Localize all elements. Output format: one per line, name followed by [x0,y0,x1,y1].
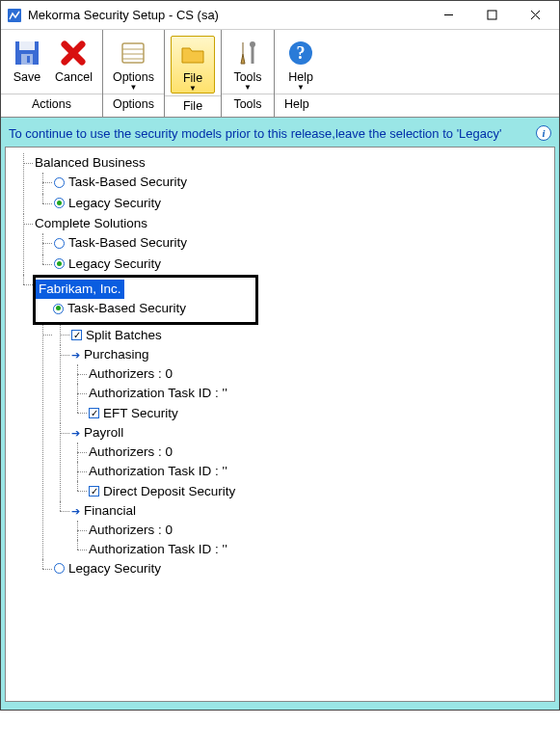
tree-radio-item[interactable]: ✓Split Batches ➔Purchasing Authorizers :… [37,325,550,559]
options-icon [118,38,148,68]
ribbon-group-options: Options ▼ Options [103,30,165,117]
chevron-down-icon: ▼ [130,84,138,92]
group-help-label: Help [275,94,559,115]
svg-point-13 [250,41,255,47]
svg-rect-2 [488,11,496,19]
radio-icon [54,258,65,269]
radio-icon [54,198,65,208]
folder-icon [177,39,208,69]
maximize-button[interactable] [470,1,514,29]
window-title: Mekorma Security Setup - CS (sa) [28,8,427,22]
save-button[interactable]: Save [5,36,49,92]
options-label: Options [113,70,154,84]
tree-check-item[interactable]: ✓EFT Security [71,403,550,423]
cancel-icon [58,38,89,68]
tree-radio-item[interactable]: Legacy Security [37,559,550,580]
ribbon: Save Cancel Actions Options ▼ Optio [1,30,559,118]
company-label: Balanced Business [35,153,146,173]
options-button[interactable]: Options ▼ [107,36,160,92]
group-options-label: Options [103,94,164,115]
tree-module[interactable]: ➔Purchasing Authorizers : 0 Authorizatio… [54,345,550,423]
checkbox-icon: ✓ [71,330,82,340]
help-icon: ? [285,38,316,68]
tree-value[interactable]: Authorizers : 0 [71,364,550,384]
cancel-button[interactable]: Cancel [49,36,98,92]
chevron-down-icon: ▼ [297,84,305,92]
tree-company[interactable]: Fabrikam, Inc. Task-Based Security ✓Spli… [17,275,550,579]
group-file-label: File [165,95,221,117]
ribbon-group-file: File ▼ File [165,30,222,117]
main-window: Mekorma Security Setup - CS (sa) Save Ca… [0,0,560,711]
company-label-selected: Fabrikam, Inc. [36,280,124,299]
radio-icon [53,304,64,314]
arrow-icon: ➔ [71,345,80,364]
tree-check-item[interactable]: ✓Split Batches [54,325,550,345]
tools-icon [232,38,263,68]
close-button[interactable] [514,1,557,29]
arrow-icon: ➔ [71,501,80,521]
file-label: File [183,71,202,85]
tree-value[interactable]: Authorization Task ID : '' [71,462,550,481]
checkbox-icon: ✓ [89,408,99,418]
app-icon [7,8,22,23]
tree-value[interactable]: Authorizers : 0 [71,521,550,540]
info-text: To continue to use the security models p… [9,126,502,141]
cancel-label: Cancel [55,70,93,84]
help-button[interactable]: ? Help ▼ [279,36,323,92]
tools-button[interactable]: Tools ▼ [226,36,270,92]
chevron-down-icon: ▼ [189,85,197,93]
minimize-button[interactable] [427,1,470,29]
arrow-icon: ➔ [71,423,80,443]
svg-rect-9 [122,43,144,63]
tree-check-item[interactable]: ✓Direct Deposit Security [71,481,550,501]
save-icon [12,38,42,68]
tools-label: Tools [233,70,261,84]
group-actions-label: Actions [1,94,102,115]
ribbon-group-help: ? Help ▼ Help [275,30,559,117]
tree-radio-item[interactable]: Task-Based Security [37,233,550,255]
tree-company[interactable]: Balanced Business Task-Based Security Le… [17,153,550,214]
group-tools-label: Tools [222,94,274,115]
tree-module[interactable]: ➔Financial Authorizers : 0 Authorization… [54,501,550,559]
tree-radio-item[interactable]: Task-Based Security [37,173,550,194]
company-label: Complete Solutions [35,214,147,233]
tree-value[interactable]: Authorizers : 0 [71,443,550,462]
tree-radio-item[interactable]: Legacy Security [37,255,550,276]
tree-company[interactable]: Complete Solutions Task-Based Security L… [17,214,550,275]
title-bar: Mekorma Security Setup - CS (sa) [1,1,559,30]
radio-icon [54,238,65,249]
chevron-down-icon: ▼ [244,84,252,92]
checkbox-icon: ✓ [89,486,99,497]
tree-panel: Balanced Business Task-Based Security Le… [5,147,555,702]
help-label: Help [288,70,313,84]
selection-highlight: Fabrikam, Inc. Task-Based Security [33,275,258,325]
file-button[interactable]: File ▼ [171,36,215,94]
svg-text:?: ? [297,43,306,63]
info-icon[interactable]: i [536,125,551,141]
info-bar: To continue to use the security models p… [5,120,555,147]
ribbon-group-tools: Tools ▼ Tools [222,30,275,117]
radio-icon [54,563,65,574]
svg-rect-6 [19,41,35,50]
tree-value[interactable]: Authorization Task ID : '' [71,384,550,403]
ribbon-group-actions: Save Cancel Actions [1,30,103,117]
tree-module[interactable]: ➔Payroll Authorizers : 0 Authorization T… [54,423,550,501]
tree-value[interactable]: Authorization Task ID : '' [71,540,550,559]
body-area: To continue to use the security models p… [1,118,559,710]
save-label: Save [13,70,41,84]
company-tree: Balanced Business Task-Based Security Le… [17,153,550,579]
svg-rect-8 [27,56,30,63]
tree-radio-item[interactable]: Legacy Security [37,194,550,215]
radio-icon [54,177,65,188]
